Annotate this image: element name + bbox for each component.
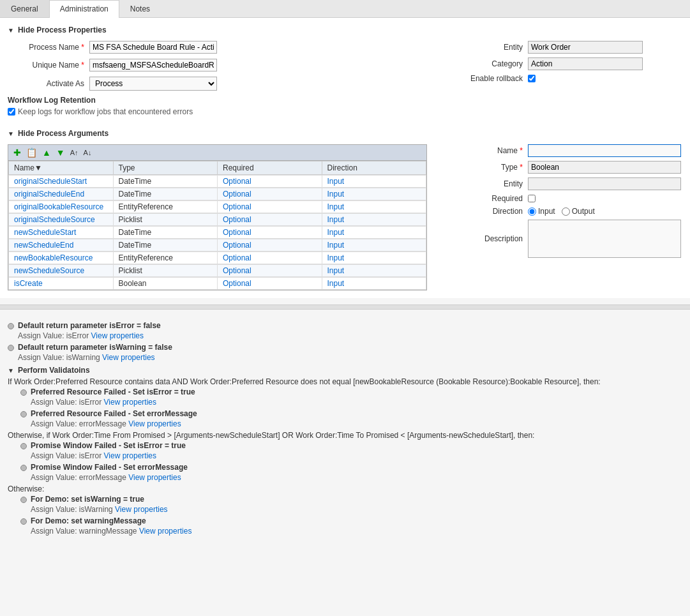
args-table-wrap: Name▼ Type Required Direction originalSc…	[8, 161, 427, 290]
name-field-label: Name *	[453, 146, 523, 155]
else-title-1: For Demo: set isWarning = true	[31, 495, 144, 504]
unique-name-label: Unique Name *	[8, 61, 84, 70]
table-row[interactable]: originalScheduleStart DateTime Optional …	[8, 175, 426, 188]
step-link-1[interactable]: View properties	[91, 331, 144, 340]
step-link-2[interactable]: View properties	[102, 353, 155, 362]
cell-name: newScheduleEnd	[9, 239, 114, 252]
sort-za-button[interactable]: A↓	[82, 148, 93, 157]
activate-as-select[interactable]: Process	[89, 77, 217, 91]
args-detail-form: Name * Type * Entity Required Direction	[453, 144, 682, 258]
cell-type: Picklist	[113, 265, 218, 277]
cell-direction: Input	[322, 278, 426, 290]
tab-administration[interactable]: Administration	[49, 0, 119, 18]
entity-row: Entity	[453, 41, 682, 54]
right-panel-properties: Entity Category Enable rollback	[440, 41, 682, 121]
else-link-2[interactable]: View properties	[139, 527, 192, 536]
process-name-row: Process Name *	[8, 41, 427, 54]
cell-name: originalScheduleEnd	[9, 188, 114, 200]
move-up-button[interactable]: ▲	[41, 147, 52, 158]
child-title-2: Preferred Resource Failed - Set errorMes…	[31, 409, 197, 418]
entity-input[interactable]	[528, 41, 643, 54]
col-required: Required	[218, 162, 322, 175]
condition-text-1: If Work Order:Preferred Resource contain…	[8, 377, 682, 386]
direction-input-radio[interactable]	[528, 207, 536, 216]
table-row[interactable]: newScheduleSource Picklist Optional Inpu…	[8, 264, 426, 277]
name-field-input[interactable]	[528, 144, 681, 157]
cell-name: originalBookableResource	[9, 201, 114, 213]
edit-row-button[interactable]: 📋	[25, 147, 38, 158]
enable-rollback-checkbox[interactable]	[528, 75, 536, 82]
else-link-1[interactable]: View properties	[115, 505, 168, 514]
perform-validations-header[interactable]: ▼ Perform Validatoins	[8, 366, 682, 375]
table-row[interactable]: newScheduleStart DateTime Optional Input	[8, 226, 426, 239]
child-step-1: Preferred Resource Failed - Set isError …	[20, 387, 682, 407]
section-divider	[0, 304, 690, 310]
cell-direction: Input	[322, 188, 426, 200]
tab-general[interactable]: General	[0, 0, 49, 17]
entity-field-input[interactable]	[528, 177, 681, 190]
direction-output-label: Output	[572, 207, 595, 216]
table-row[interactable]: originalScheduleEnd DateTime Optional In…	[8, 188, 426, 200]
cell-type: DateTime	[113, 239, 218, 252]
cell-type: Picklist	[113, 214, 218, 226]
child-step-2: Preferred Resource Failed - Set errorMes…	[20, 409, 682, 428]
process-properties-header[interactable]: ▼ Hide Process Properties	[8, 26, 682, 34]
required-field-checkbox[interactable]	[528, 195, 536, 202]
cell-name: isCreate	[9, 278, 114, 290]
cell-name: originalScheduleStart	[9, 176, 114, 188]
cell-required: Optional	[218, 227, 322, 239]
direction-field-label: Direction	[453, 207, 523, 216]
cell-required: Optional	[218, 278, 322, 290]
cell-required: Optional	[218, 176, 322, 188]
table-row[interactable]: originalBookableResource EntityReference…	[8, 200, 426, 213]
move-down-button[interactable]: ▼	[55, 147, 66, 158]
otherwise-link-1[interactable]: View properties	[104, 451, 157, 460]
cell-type: DateTime	[113, 176, 218, 188]
description-field-label: Description	[453, 234, 523, 243]
cell-type: DateTime	[113, 188, 218, 200]
otherwise-bullet-2: Promise Window Failed - Set errorMessage	[20, 463, 682, 472]
table-row[interactable]: isCreate Boolean Optional Input	[8, 277, 426, 290]
collapse-arrow-validations: ▼	[8, 367, 14, 374]
table-row[interactable]: newBookableResource EntityReference Opti…	[8, 252, 426, 264]
table-row[interactable]: originalScheduleSource Picklist Optional…	[8, 213, 426, 226]
cell-required: Optional	[218, 239, 322, 252]
process-name-input[interactable]	[89, 41, 217, 54]
cell-required: Optional	[218, 214, 322, 226]
cell-name: newScheduleStart	[9, 227, 114, 239]
col-type: Type	[113, 162, 218, 175]
child-link-2[interactable]: View properties	[128, 419, 181, 428]
category-label: Category	[453, 59, 523, 68]
args-table-head: Name▼ Type Required Direction	[8, 161, 426, 175]
cell-direction: Input	[322, 176, 426, 188]
table-row[interactable]: newScheduleEnd DateTime Optional Input	[8, 239, 426, 252]
required-field-label: Required	[453, 194, 523, 203]
child-link-1[interactable]: View properties	[104, 398, 157, 407]
perform-validations-title: Perform Validatoins	[18, 366, 90, 375]
process-name-label: Process Name *	[8, 43, 84, 52]
cell-direction: Input	[322, 201, 426, 213]
workflow-log-checkbox[interactable]	[8, 108, 15, 116]
unique-name-input[interactable]	[89, 59, 217, 71]
category-row: Category	[453, 57, 682, 70]
description-field-textarea[interactable]	[528, 220, 681, 258]
process-arguments-header[interactable]: ▼ Hide Process Arguments	[8, 129, 682, 138]
perform-validations-section: ▼ Perform Validatoins If Work Order:Pref…	[8, 366, 682, 536]
workflow-steps-section: Default return parameter isError = false…	[0, 316, 690, 543]
sort-az-button[interactable]: A↑	[69, 148, 80, 157]
else-circle-1	[20, 497, 27, 503]
category-input[interactable]	[528, 57, 643, 70]
child-circle-1	[20, 389, 27, 396]
step-circle-1	[8, 323, 14, 329]
direction-radio-group: Input Output	[528, 207, 682, 216]
type-field-input[interactable]	[528, 161, 681, 174]
enable-rollback-label: Enable rollback	[453, 74, 523, 83]
direction-output-radio[interactable]	[562, 207, 570, 216]
add-row-button[interactable]: ✚	[12, 147, 22, 158]
tab-notes[interactable]: Notes	[119, 0, 161, 17]
else-sub-1: Assign Value: isWarning View properties	[31, 505, 682, 514]
step-bullet-1: Default return parameter isError = false	[8, 321, 682, 330]
otherwise-link-2[interactable]: View properties	[128, 473, 181, 482]
unique-name-row: Unique Name *	[8, 59, 427, 71]
direction-output-option: Output	[562, 207, 595, 216]
